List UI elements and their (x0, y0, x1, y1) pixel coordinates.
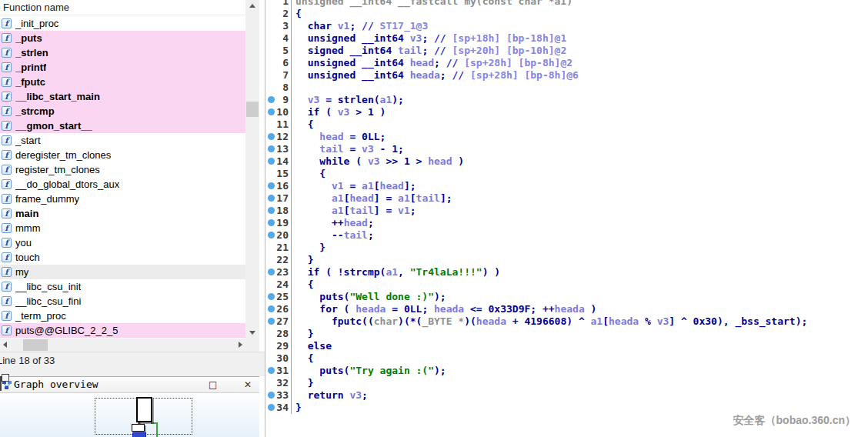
graph-overview-canvas[interactable] (0, 393, 259, 437)
float-window-icon[interactable] (0, 376, 2, 391)
code-line-text: if ( !strcmp(a1, "Tr4laLa!!!") ) (292, 266, 500, 279)
code-line[interactable]: 14 while ( v3 >> 1 > head ) (265, 155, 868, 168)
code-line[interactable]: 34} (265, 402, 868, 414)
function-list-item[interactable]: ftouch (0, 250, 245, 265)
function-list-item[interactable]: f__libc_csu_init (0, 279, 245, 294)
code-line[interactable]: 32 } (265, 377, 868, 389)
code-line-text: unsigned __int64 __fastcall my(const cha… (292, 0, 573, 8)
function-list-item[interactable]: fmy (0, 265, 245, 279)
address-dot-icon (265, 131, 275, 143)
function-list-item[interactable]: fmmm (0, 221, 245, 235)
code-line[interactable]: 23 if ( !strcmp(a1, "Tr4laLa!!!") ) (265, 266, 868, 279)
code-line[interactable]: 26 for ( heada = 0LL; heada <= 0x33D9F; … (265, 303, 868, 315)
code-line[interactable]: 21 } (265, 242, 868, 254)
gutter-spacer (265, 69, 275, 82)
code-line-text: else (292, 340, 332, 352)
code-line[interactable]: 3 char v1; // ST17_1@3 (265, 20, 868, 32)
code-line[interactable]: 25 puts("Well done :)"); (265, 291, 868, 303)
code-line[interactable]: 12 head = 0LL; (265, 131, 868, 143)
code-line[interactable]: 6 unsigned __int64 head; // [sp+28h] [bp… (265, 57, 868, 69)
function-list-item[interactable]: f_strlen (0, 45, 245, 60)
function-icon: f (2, 238, 12, 248)
functions-vertical-scrollbar[interactable] (245, 0, 259, 339)
function-name-label: frame_dummy (15, 192, 79, 206)
function-list-item[interactable]: fframe_dummy (0, 192, 245, 206)
code-line[interactable]: 29 else (265, 340, 868, 352)
code-line[interactable]: 15 { (265, 168, 868, 180)
code-line-text: puts("Well done :)"); (292, 291, 446, 303)
horizontal-scrollbar-thumb[interactable] (23, 339, 48, 351)
function-list-item[interactable]: f__do_global_dtors_aux (0, 177, 245, 192)
line-number: 13 (275, 143, 292, 155)
code-line[interactable]: 8 (265, 82, 868, 94)
vertical-scrollbar-thumb[interactable] (246, 102, 259, 117)
function-list-item[interactable]: f_puts (0, 31, 245, 45)
gutter-spacer (265, 32, 275, 45)
gutter-spacer (265, 118, 275, 131)
watermark-text: 安全客（bobao.360.cn） (733, 414, 856, 428)
function-list-item[interactable]: f_strcmp (0, 104, 245, 118)
function-name-label: _start (15, 133, 41, 148)
function-icon: f (2, 252, 12, 262)
function-list-item[interactable]: fmain (0, 206, 245, 221)
code-line[interactable]: 16 v1 = a1[head]; (265, 180, 868, 192)
line-number: 3 (275, 20, 292, 32)
code-line[interactable]: 33 return v3; (265, 389, 868, 402)
function-list-item[interactable]: f__libc_start_main (0, 89, 245, 104)
function-name-column-header[interactable]: Function name (0, 0, 245, 15)
function-name-label: you (15, 235, 32, 250)
code-line[interactable]: 7 unsigned __int64 heada; // [sp+28h] [b… (265, 69, 868, 82)
line-number: 23 (275, 266, 292, 279)
code-line[interactable]: 13 tail = v3 - 1; (265, 143, 868, 155)
code-line[interactable]: 30 { (265, 352, 868, 365)
scroll-right-icon[interactable] (239, 342, 242, 348)
close-icon[interactable]: ✕ (244, 379, 252, 390)
function-icon: f (2, 33, 12, 43)
code-line[interactable]: 17 a1[head] = a1[tail]; (265, 192, 868, 205)
code-line[interactable]: 22 } (265, 254, 868, 266)
function-list-item[interactable]: fderegister_tm_clones (0, 148, 245, 162)
function-list-item[interactable]: fputs@@GLIBC_2_2_5 (0, 323, 245, 338)
code-line[interactable]: 19 ++head; (265, 217, 868, 229)
function-icon: f (2, 223, 12, 233)
scroll-up-icon[interactable] (249, 4, 255, 8)
code-line[interactable]: 18 a1[tail] = v1; (265, 205, 868, 217)
code-line[interactable]: 27 fputc((char)(*(_BYTE *)(heada + 41966… (265, 315, 868, 328)
code-line[interactable]: 20 --tail; (265, 229, 868, 242)
function-list-item[interactable]: f_start (0, 133, 245, 148)
function-name-label: my (15, 265, 28, 279)
code-line[interactable]: 2{ (265, 8, 868, 20)
code-line[interactable]: 1unsigned __int64 __fastcall my(const ch… (265, 0, 868, 8)
function-name-label: touch (15, 250, 40, 265)
code-line[interactable]: 24 { (265, 279, 868, 291)
function-icon: f (2, 267, 12, 277)
code-line[interactable]: 5 signed __int64 tail; // [sp+20h] [bp-1… (265, 45, 868, 57)
function-list-item[interactable]: f_init_proc (0, 16, 245, 31)
pseudocode-window[interactable]: 1unsigned __int64 __fastcall my(const ch… (265, 0, 868, 437)
address-dot-icon (265, 365, 275, 377)
function-list-item[interactable]: fyou (0, 235, 245, 250)
function-list-item[interactable]: f_fputc (0, 75, 245, 89)
graph-overview-title: Graph overview (14, 379, 98, 390)
function-name-label: main (15, 206, 38, 221)
function-list-item[interactable]: f_term_proc (0, 309, 245, 323)
line-number: 7 (275, 69, 292, 82)
function-list-item[interactable]: f_printf (0, 60, 245, 75)
code-line[interactable]: 11 { (265, 118, 868, 131)
code-line[interactable]: 4 unsigned __int64 v3; // [sp+18h] [bp-1… (265, 32, 868, 45)
address-dot-icon (265, 315, 275, 328)
maximize-icon[interactable]: □ (209, 379, 217, 390)
code-line-text: while ( v3 >> 1 > head ) (292, 155, 464, 168)
scroll-left-icon[interactable] (3, 342, 7, 348)
code-line[interactable]: 31 puts("Try again :("); (265, 365, 868, 377)
function-list-item[interactable]: f__gmon_start__ (0, 118, 245, 133)
scroll-down-icon[interactable] (249, 331, 255, 335)
functions-horizontal-scrollbar[interactable] (0, 339, 245, 352)
function-list-item[interactable]: f__libc_csu_fini (0, 294, 245, 309)
function-icon: f (2, 282, 12, 292)
function-name-label: _fputc (15, 75, 45, 89)
code-line[interactable]: 10 if ( v3 > 1 ) (265, 106, 868, 118)
code-line[interactable]: 9 v3 = strlen(a1); (265, 94, 868, 106)
code-line[interactable]: 28 } (265, 328, 868, 340)
function-list-item[interactable]: fregister_tm_clones (0, 162, 245, 177)
